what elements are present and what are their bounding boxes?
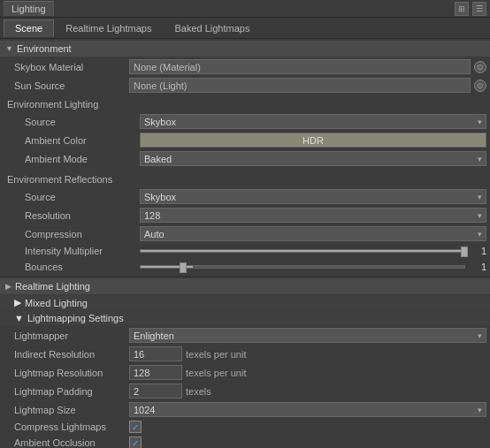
ambient-color-label: Ambient Color: [14, 135, 140, 146]
tab-scene[interactable]: Scene: [4, 19, 54, 37]
ambient-mode-value: Baked ▾: [140, 151, 486, 166]
compress-lightmaps-label: Compress Lightmaps: [14, 421, 129, 432]
ambient-mode-arrow: ▾: [478, 155, 482, 163]
ambient-color-field[interactable]: HDR: [140, 133, 486, 148]
refl-source-row: Source Skybox ▾: [0, 187, 490, 206]
intensity-multiplier-track: [140, 249, 465, 253]
intensity-multiplier-label: Intensity Multiplier: [14, 246, 140, 256]
skybox-material-field[interactable]: None (Material): [129, 59, 471, 74]
lightmap-resolution-value: 128 texels per unit: [129, 365, 486, 380]
lightmap-padding-row: Lightmap Padding 2 texels: [0, 382, 490, 400]
ambient-occlusion-checkbox[interactable]: [129, 437, 142, 448]
bounces-value: 1: [140, 262, 486, 272]
env-source-dropdown[interactable]: Skybox ▾: [140, 114, 486, 129]
lightmap-size-label: Lightmap Size: [14, 405, 129, 415]
lightmapper-row: Lightmapper Enlighten ▾: [0, 326, 490, 345]
compression-label: Compression: [14, 229, 140, 239]
refl-source-arrow: ▾: [478, 193, 482, 201]
skybox-material-pick[interactable]: ⊙: [474, 61, 486, 73]
lightmap-resolution-unit: texels per unit: [186, 368, 246, 378]
ambient-color-row: Ambient Color HDR: [0, 131, 490, 149]
compression-arrow: ▾: [478, 230, 482, 239]
layout-icon[interactable]: ⊞: [455, 2, 469, 16]
intensity-multiplier-value: 1: [140, 246, 486, 256]
ambient-occlusion-label: Ambient Occlusion: [14, 437, 129, 448]
compression-row: Compression Auto ▾: [0, 224, 490, 243]
lightmapping-settings-arrow: ▼: [14, 313, 24, 323]
indirect-resolution-unit: texels per unit: [186, 349, 246, 360]
lightmapper-value: Enlighten ▾: [129, 328, 486, 343]
env-reflections-subheader: Environment Reflections: [7, 174, 112, 185]
ambient-mode-label: Ambient Mode: [14, 154, 140, 164]
env-lighting-header-row: Environment Lighting: [0, 96, 490, 112]
lightmap-padding-field[interactable]: 2: [129, 383, 182, 399]
lightmap-size-dropdown[interactable]: 1024 ▾: [129, 402, 486, 417]
lightmap-padding-unit: texels: [186, 386, 211, 397]
indirect-resolution-label: Indirect Resolution: [14, 349, 129, 360]
mixed-lighting-arrow: ▶: [14, 297, 21, 308]
refl-resolution-row: Resolution 128 ▾: [0, 206, 490, 224]
tab-baked-lightmaps[interactable]: Baked Lightmaps: [163, 19, 261, 37]
ambient-occlusion-value: [129, 437, 486, 448]
sun-source-field[interactable]: None (Light): [129, 78, 471, 93]
refl-source-label: Source: [14, 192, 140, 202]
title-bar: Lighting ⊞ ☰: [0, 0, 490, 18]
bounces-val: 1: [469, 262, 486, 272]
lightmapping-settings-header[interactable]: ▼ Lightmapping Settings: [0, 311, 490, 325]
ambient-occlusion-row: Ambient Occlusion: [0, 435, 490, 448]
lightmap-size-value: 1024 ▾: [129, 402, 486, 417]
lightmap-resolution-label: Lightmap Resolution: [14, 368, 129, 378]
settings-icon[interactable]: ☰: [472, 2, 486, 16]
window-title-tab[interactable]: Lighting: [4, 1, 54, 16]
compression-value: Auto ▾: [140, 226, 486, 241]
bounces-label: Bounces: [14, 262, 140, 272]
refl-resolution-value: 128 ▾: [140, 208, 486, 223]
intensity-multiplier-row: Intensity Multiplier 1: [0, 243, 490, 259]
compress-lightmaps-checkbox[interactable]: [129, 421, 142, 433]
refl-resolution-label: Resolution: [14, 210, 140, 221]
bounces-track: [140, 265, 465, 269]
lightmap-size-row: Lightmap Size 1024 ▾: [0, 400, 490, 419]
intensity-multiplier-slider[interactable]: 1: [140, 246, 486, 256]
lightmapping-settings-label: Lightmapping Settings: [27, 313, 124, 323]
realtime-lighting-arrow: ▶: [5, 282, 11, 291]
lightmap-size-arrow: ▾: [478, 406, 482, 414]
skybox-material-label: Skybox Material: [14, 62, 129, 72]
sun-source-pick[interactable]: ⊙: [474, 80, 486, 92]
refl-resolution-dropdown[interactable]: 128 ▾: [140, 208, 486, 223]
compression-dropdown[interactable]: Auto ▾: [140, 226, 486, 241]
ambient-mode-row: Ambient Mode Baked ▾: [0, 149, 490, 168]
mixed-lighting-label: Mixed Lighting: [25, 298, 88, 308]
lightmap-resolution-field[interactable]: 128: [129, 365, 182, 380]
sun-source-label: Sun Source: [14, 80, 129, 91]
compress-lightmaps-value: [129, 421, 486, 433]
lightmap-padding-label: Lightmap Padding: [14, 386, 129, 397]
environment-label: Environment: [17, 43, 72, 54]
lightmapper-dropdown[interactable]: Enlighten ▾: [129, 328, 486, 343]
env-lighting-subheader: Environment Lighting: [7, 99, 98, 110]
tab-realtime-lightmaps[interactable]: Realtime Lightmaps: [54, 19, 163, 37]
indirect-resolution-value: 16 texels per unit: [129, 346, 486, 361]
ambient-color-value: HDR: [140, 133, 486, 148]
environment-section-header[interactable]: ▼ Environment: [0, 41, 490, 57]
bounces-slider[interactable]: 1: [140, 262, 486, 272]
lightmapper-label: Lightmapper: [14, 330, 129, 341]
indirect-resolution-row: Indirect Resolution 16 texels per unit: [0, 345, 490, 363]
window-title: Lighting: [11, 4, 46, 14]
bounces-thumb: [180, 262, 187, 273]
ambient-mode-dropdown[interactable]: Baked ▾: [140, 151, 486, 166]
realtime-lighting-label: Realtime Lighting: [15, 281, 90, 292]
lightmap-resolution-row: Lightmap Resolution 128 texels per unit: [0, 363, 490, 382]
refl-resolution-arrow: ▾: [478, 211, 482, 220]
intensity-multiplier-val: 1: [469, 246, 486, 256]
refl-source-dropdown[interactable]: Skybox ▾: [140, 189, 486, 204]
refl-source-value: Skybox ▾: [140, 189, 486, 204]
compress-lightmaps-row: Compress Lightmaps: [0, 419, 490, 435]
title-icons: ⊞ ☰: [455, 2, 486, 16]
mixed-lighting-header[interactable]: ▶ Mixed Lighting: [0, 295, 490, 310]
env-reflections-header-row: Environment Reflections: [0, 171, 490, 187]
sun-source-row: Sun Source None (Light) ⊙: [0, 76, 490, 95]
lightmapper-arrow: ▾: [478, 331, 482, 340]
indirect-resolution-field[interactable]: 16: [129, 346, 182, 361]
realtime-lighting-header[interactable]: ▶ Realtime Lighting: [0, 278, 490, 294]
